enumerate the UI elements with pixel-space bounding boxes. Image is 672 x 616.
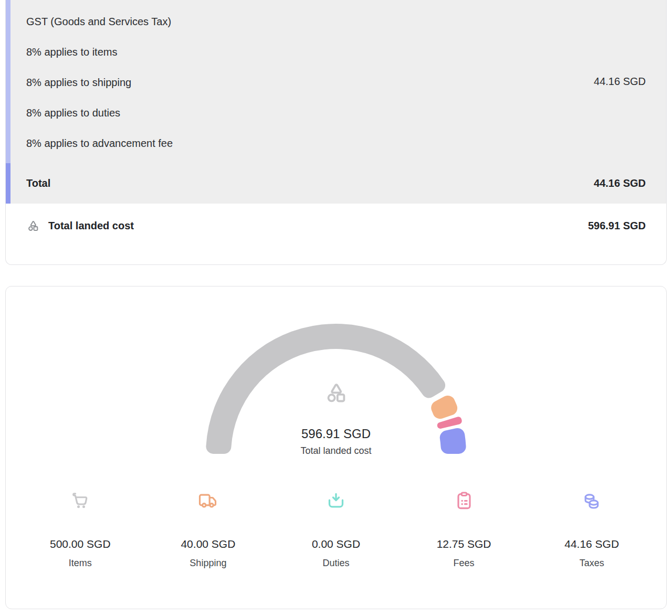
total-landed-cost-amount: 596.91 SGD <box>588 220 646 232</box>
tax-total-label: Total <box>26 177 50 189</box>
stat-value-shipping: 40.00 SGD <box>144 538 272 550</box>
tax-total-amount: 44.16 SGD <box>594 177 646 189</box>
shapes-icon <box>26 219 40 232</box>
truck-icon <box>144 488 272 514</box>
stat-items: 500.00 SGD Items <box>16 488 144 569</box>
stat-value-items: 500.00 SGD <box>16 538 144 550</box>
total-landed-cost-row: Total landed cost 596.91 SGD <box>6 204 666 248</box>
stat-value-taxes: 44.16 SGD <box>528 538 656 550</box>
card-landed-cost-chart: 596.91 SGD Total landed cost 500.00 SGD … <box>5 286 667 609</box>
stat-label-items: Items <box>16 557 144 569</box>
gauge-center-value: 596.91 SGD <box>6 426 666 442</box>
stats-row: 500.00 SGD Items 40.00 SGD Shipping <box>6 488 666 569</box>
download-icon <box>272 488 400 514</box>
tax-line-duties: 8% applies to duties <box>26 98 646 128</box>
clipboard-icon <box>400 488 528 514</box>
gauge-center-label: Total landed cost <box>6 444 666 457</box>
stat-value-fees: 12.75 SGD <box>400 538 528 550</box>
total-landed-cost-left: Total landed cost <box>26 219 134 232</box>
tax-line-advancement-fee: 8% applies to advancement fee <box>26 128 646 158</box>
landed-cost-page: GST (Goods and Services Tax) 8% applies … <box>0 0 672 616</box>
stat-label-duties: Duties <box>272 557 400 569</box>
tax-line-items: 8% applies to items <box>26 37 646 67</box>
card-tax-breakdown: GST (Goods and Services Tax) 8% applies … <box>5 0 667 265</box>
tax-title: GST (Goods and Services Tax) <box>26 6 646 37</box>
stat-label-shipping: Shipping <box>144 557 272 569</box>
shapes-icon <box>6 380 666 405</box>
stat-fees: 12.75 SGD Fees <box>400 488 528 569</box>
tax-lines: GST (Goods and Services Tax) 8% applies … <box>6 0 666 158</box>
stat-value-duties: 0.00 SGD <box>272 538 400 550</box>
stat-duties: 0.00 SGD Duties <box>272 488 400 569</box>
stat-label-taxes: Taxes <box>528 557 656 569</box>
stat-taxes: 44.16 SGD Taxes <box>528 488 656 569</box>
stat-shipping: 40.00 SGD Shipping <box>144 488 272 569</box>
tax-line-shipping: 8% applies to shipping <box>26 67 646 98</box>
total-landed-cost-label: Total landed cost <box>48 220 134 232</box>
stat-label-fees: Fees <box>400 557 528 569</box>
tax-amount: 44.16 SGD <box>594 76 646 88</box>
tax-section: GST (Goods and Services Tax) 8% applies … <box>6 0 666 204</box>
tax-total-row: Total 44.16 SGD <box>6 163 666 204</box>
coins-icon <box>528 488 656 514</box>
cart-icon <box>16 488 144 514</box>
accent-bar-light <box>6 0 10 163</box>
